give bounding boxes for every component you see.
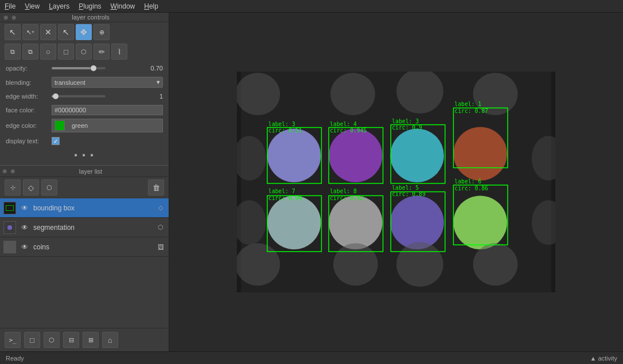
bg-coin-2 [330,73,375,115]
layer-controls-section: ⊕ ⊕ layer controls ↖ ↖+ ✕ ↖ ✥ ⊕ ⧉ ⧉ ○ □ … [0,13,169,166]
statusbar: Ready ▲ activity [0,351,623,364]
label-text-6: label: 8 [330,188,357,194]
bg-coin-6 [333,243,378,285]
layer-eye-coins[interactable]: 👁 [20,242,30,252]
tool-select-arrow[interactable]: ↖ [58,24,74,40]
edge-color-value: green [72,122,88,129]
opacity-label: opacity: [6,65,52,72]
grid-button[interactable]: ⊞ [83,332,99,348]
coin-canvas[interactable]: label: 3 circ: 0.51 label: 4 circ: 0.945… [237,72,555,292]
face-color-row: face color: #00000000 [0,103,169,117]
new-labels-layer-button[interactable]: ⬡ [41,179,57,195]
menu-view[interactable]: View [20,1,44,11]
tool-circle-select[interactable]: ○ [40,44,56,60]
menu-plugins[interactable]: Plugins [74,1,106,11]
tool-poly-select[interactable]: ⬡ [76,44,92,60]
tool-move[interactable]: ✥ [76,24,92,40]
new-points-layer-button[interactable]: ⊹ [5,179,21,195]
canvas-svg: label: 3 circ: 0.51 label: 4 circ: 0.945… [237,72,555,292]
layer-thumb-bounding-box [3,202,16,214]
face-color-label: face color: [6,107,52,113]
cube-button[interactable]: ⬡ [44,332,60,348]
tool-close[interactable]: ✕ [40,24,56,40]
layer-eye-bounding-box[interactable]: 👁 [20,203,30,213]
layer-item-coins[interactable]: 👁 coins 🖼 [0,237,169,257]
layer-controls-icon1[interactable]: ⊕ [3,14,8,21]
blending-chevron: ▾ [157,79,160,86]
label-text-2: label: 4 [330,121,357,127]
edge-width-slider[interactable] [52,95,106,97]
layer-list-title: layer list [79,168,102,175]
layer-name-coins: coins [33,243,153,251]
bg-coin-5 [237,243,280,285]
menu-window[interactable]: Window [106,1,140,11]
opacity-slider[interactable] [52,67,106,69]
menu-help[interactable]: Help [139,1,163,11]
tool-arrow[interactable]: ↖ [5,24,21,40]
layer-type-icon-coins: 🖼 [156,242,165,252]
tool-rect-select[interactable]: □ [58,44,74,60]
layer-item-bounding-box[interactable]: 👁 bounding box ◇ [0,198,169,218]
new-shapes-layer-button[interactable]: ◇ [23,179,39,195]
layer-type-icon-bounding-box: ◇ [156,203,165,213]
edge-color-row: edge color: green [0,117,169,134]
coin-5 [267,195,321,249]
tool-unlink[interactable]: ⧉ [22,44,38,60]
coin-2 [329,128,383,182]
terminal-button[interactable]: >_ [5,332,21,348]
coin-3 [390,128,444,182]
coin-6 [329,195,383,249]
circ-text-6: circ: 0.92 [330,195,364,201]
blending-row: blending: translucent ▾ [0,75,169,89]
activity-button[interactable]: ▲ activity [590,355,617,362]
layer-list-section: ⊕ ⊕ layer list ⊹ ◇ ⬡ 🗑 👁 bounding box [0,166,169,351]
delete-layer-button[interactable]: 🗑 [148,179,164,195]
tool-paint[interactable]: ✏ [94,44,110,60]
layer-eye-segmentation[interactable]: 👁 [20,222,30,233]
label-text-3: label: 3 [392,118,419,124]
circ-text-8: circ: 0.86 [454,185,488,191]
blending-dropdown[interactable]: translucent ▾ [52,77,163,88]
opacity-slider-container: 0.70 [52,65,163,72]
canvas-area: label: 3 circ: 0.51 label: 4 circ: 0.945… [169,13,623,351]
tool-path[interactable]: ⌇ [111,44,127,60]
opacity-row: opacity: 0.70 [0,61,169,75]
more-options-button[interactable]: • • • [0,148,169,163]
layer-thumb-seg-circle1 [7,225,12,230]
tool-zoom[interactable]: ⊕ [94,24,110,40]
circ-text-2: circ: 0.945 [330,127,367,134]
home-button[interactable]: ⌂ [102,332,118,348]
layer-name-segmentation: segmentation [33,224,153,232]
label-text-5: label: 7 [268,188,295,194]
edge-width-value: 1 [109,93,163,100]
blending-value: translucent [54,79,85,86]
split-button[interactable]: ⊟ [63,332,79,348]
menu-file[interactable]: File [0,1,20,11]
menubar: File View Layers Plugins Window Help [0,0,623,13]
tool-add-arrow[interactable]: ↖+ [22,24,38,40]
edge-width-slider-container: 1 [52,93,163,100]
coin-1 [267,128,321,182]
layer-toolbar: ⊹ ◇ ⬡ 🗑 [0,177,169,198]
menu-layers[interactable]: Layers [44,1,74,11]
layers-list: 👁 bounding box ◇ 👁 segmentation ⬡ 👁 [0,198,169,328]
display-text-checkbox[interactable]: ✓ [52,137,60,145]
coin-7 [390,195,444,249]
tool-link[interactable]: ⧉ [5,44,21,60]
square-button[interactable]: □ [24,332,40,348]
layer-list-icon2[interactable]: ⊕ [10,168,15,174]
edge-color-picker[interactable]: green [52,119,163,132]
coin-8 [453,195,507,249]
label-text-4: label: 1 [454,101,481,107]
tool-row-1: ↖ ↖+ ✕ ↖ ✥ ⊕ [0,22,169,42]
edge-color-label: edge color: [6,122,52,129]
layer-list-header: ⊕ ⊕ layer list [0,166,169,177]
face-color-picker[interactable]: #00000000 [52,105,163,115]
layer-controls-icon2[interactable]: ⊕ [11,14,16,21]
tool-row-2: ⧉ ⧉ ○ □ ⬡ ✏ ⌇ [0,42,169,61]
status-ready: Ready [6,355,24,362]
layer-item-segmentation[interactable]: 👁 segmentation ⬡ [0,218,169,237]
layer-list-icon1[interactable]: ⊕ [2,168,7,174]
bg-coin-7 [396,242,443,287]
bottom-toolbar: >_ □ ⬡ ⊟ ⊞ ⌂ [0,328,169,351]
